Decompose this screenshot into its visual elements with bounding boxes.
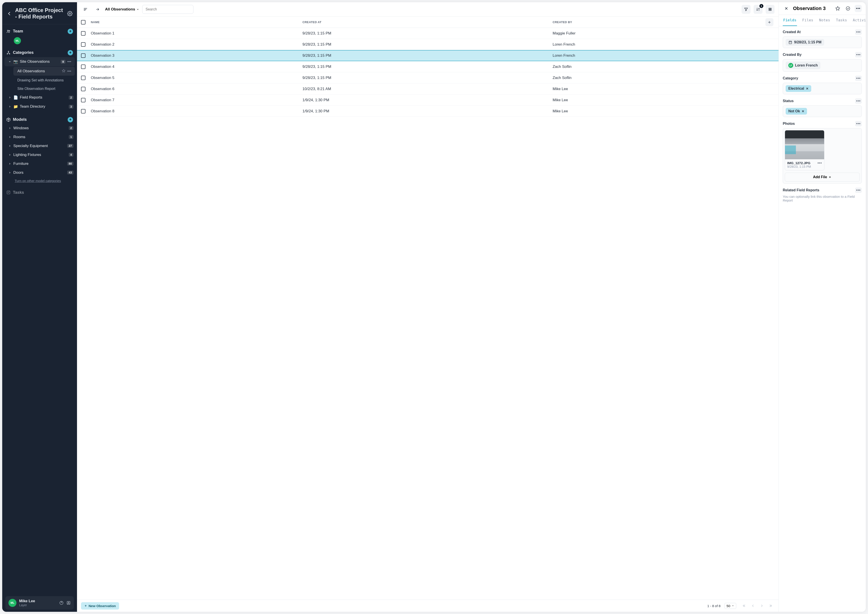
table-row[interactable]: Observation 7 1/9/24, 1:30 PM Mike Lee (77, 95, 778, 105)
cell-created-by: Zach Soflin (553, 65, 764, 69)
star-icon[interactable] (62, 69, 65, 73)
table-row[interactable]: Observation 3 9/28/23, 1:15 PM Loren Fre… (77, 50, 778, 61)
sub-observation-report[interactable]: Site Observation Report (2, 85, 77, 93)
team-avatar[interactable]: ML (14, 37, 21, 44)
user-avatar[interactable]: ML (8, 599, 17, 607)
more-icon[interactable]: ••• (67, 59, 71, 64)
table-row[interactable]: Observation 5 9/28/23, 1:15 PM Zach Sofl… (77, 72, 778, 84)
svg-point-1 (7, 30, 8, 31)
row-checkbox[interactable] (81, 42, 85, 47)
field-more-icon[interactable]: ••• (855, 121, 862, 126)
more-icon[interactable]: ••• (817, 161, 822, 165)
row-checkbox[interactable] (81, 65, 85, 69)
category-chip[interactable]: Electrical ✕ (786, 85, 811, 92)
chevron-right-icon (8, 136, 12, 138)
col-name[interactable]: NAME (91, 20, 303, 24)
user-org: Layer (19, 603, 35, 607)
cell-name: Observation 7 (91, 98, 303, 102)
col-created-at[interactable]: CREATED AT (303, 20, 553, 24)
tab-notes[interactable]: Notes (818, 15, 831, 26)
model-item[interactable]: Rooms 1 (2, 133, 77, 141)
tab-activity[interactable]: Activity (852, 15, 866, 26)
pager-text: 1 - 8 of 8 (707, 604, 720, 608)
more-icon[interactable]: ••• (67, 69, 71, 73)
view-toggle-icon[interactable] (766, 5, 775, 14)
model-item[interactable]: Specialty Equipment 27 (2, 141, 77, 150)
tab-files[interactable]: Files (802, 15, 814, 26)
sub-label: All Observations (17, 69, 60, 73)
search-input[interactable] (142, 5, 193, 14)
pager-first[interactable] (740, 602, 748, 609)
photo-card[interactable]: IMG_1272.JPG 9/28/23, 1:15 PM ••• (785, 130, 825, 171)
tab-tasks[interactable]: Tasks (835, 15, 848, 26)
pager-prev[interactable] (749, 602, 757, 609)
field-more-icon[interactable]: ••• (855, 52, 862, 57)
field-more-icon[interactable]: ••• (855, 98, 862, 104)
page-size-select[interactable]: 50 (724, 603, 736, 609)
table-row[interactable]: Observation 8 1/9/24, 1:30 PM Mike Lee (77, 105, 778, 117)
menu-icon[interactable] (81, 5, 90, 14)
cell-created-by: Mike Lee (553, 109, 764, 113)
field-more-icon[interactable]: ••• (855, 29, 862, 35)
status-chip[interactable]: Not Ok ✕ (786, 108, 807, 115)
add-team-button[interactable]: + (68, 29, 73, 34)
calendar-icon (788, 40, 792, 44)
category-icon: 📷 (13, 59, 18, 64)
gear-icon[interactable] (67, 11, 73, 16)
help-icon[interactable] (59, 601, 64, 605)
remove-chip-icon[interactable]: ✕ (806, 87, 809, 90)
sort-icon[interactable]: 1 (754, 5, 762, 14)
model-item[interactable]: Lighting Fixtures 4 (2, 150, 77, 159)
model-item[interactable]: Doors 43 (2, 168, 77, 177)
chevron-right-icon (8, 96, 12, 99)
count-badge: 2 (69, 126, 73, 130)
created-by-chip[interactable]: LF Loren French (786, 62, 820, 69)
chevron-right-icon (8, 105, 12, 108)
add-category-button[interactable]: + (68, 50, 73, 56)
profile-icon[interactable] (66, 601, 71, 605)
back-button[interactable] (7, 11, 12, 16)
category-field-reports[interactable]: 📄 Field Reports 2 (2, 93, 77, 102)
add-model-button[interactable]: + (68, 117, 73, 122)
breadcrumb-dropdown[interactable]: All Observations (105, 7, 139, 12)
sub-drawing-set[interactable]: Drawing Set with Annotations (2, 76, 77, 85)
table-row[interactable]: Observation 6 10/2/23, 8:21 AM Mike Lee (77, 84, 778, 95)
pager-next[interactable] (758, 602, 766, 609)
model-item[interactable]: Windows 2 (2, 124, 77, 133)
star-icon[interactable] (834, 5, 841, 12)
category-label: Site Observations (20, 59, 59, 64)
remove-chip-icon[interactable]: ✕ (802, 109, 804, 113)
row-checkbox[interactable] (81, 87, 85, 91)
row-checkbox[interactable] (81, 53, 85, 58)
filter-icon[interactable] (742, 5, 750, 14)
photo-date: 9/28/23, 1:15 PM (787, 165, 816, 168)
arrow-right-icon[interactable] (93, 5, 102, 14)
created-at-chip[interactable]: 9/28/23, 1:15 PM (786, 39, 824, 46)
tab-fields[interactable]: Fields (783, 15, 797, 26)
model-item[interactable]: Furniture 80 (2, 159, 77, 168)
add-column-button[interactable] (766, 18, 773, 26)
category-site-observations[interactable]: 📷 Site Observations 8 ••• (5, 57, 75, 66)
field-more-icon[interactable]: ••• (855, 76, 862, 81)
row-checkbox[interactable] (81, 98, 85, 102)
category-team-directory[interactable]: 📁 Team Directory 3 (2, 102, 77, 111)
pager-last[interactable] (767, 602, 775, 609)
row-checkbox[interactable] (81, 76, 85, 80)
table-row[interactable]: Observation 1 9/28/23, 1:15 PM Maggie Fu… (77, 28, 778, 39)
close-icon[interactable] (783, 5, 790, 12)
row-checkbox[interactable] (81, 109, 85, 113)
sidebar: ABC Office Project - Field Reports Team … (2, 2, 77, 612)
new-observation-button[interactable]: New Observation (81, 602, 119, 609)
model-label: Windows (13, 126, 67, 130)
table-row[interactable]: Observation 2 9/28/23, 1:15 PM Loren Fre… (77, 39, 778, 50)
turn-on-models-link[interactable]: Turn on other model categories (2, 177, 77, 185)
add-file-button[interactable]: Add File (785, 173, 860, 181)
row-checkbox[interactable] (81, 31, 85, 36)
field-more-icon[interactable]: ••• (855, 188, 862, 193)
col-created-by[interactable]: CREATED BY (553, 20, 764, 24)
checkmark-icon[interactable] (845, 5, 851, 12)
more-icon[interactable]: ••• (855, 5, 862, 12)
table-row[interactable]: Observation 4 9/28/23, 1:15 PM Zach Sofl… (77, 61, 778, 72)
sub-all-observations[interactable]: All Observations ••• (13, 67, 75, 76)
select-all-checkbox[interactable] (81, 20, 85, 25)
